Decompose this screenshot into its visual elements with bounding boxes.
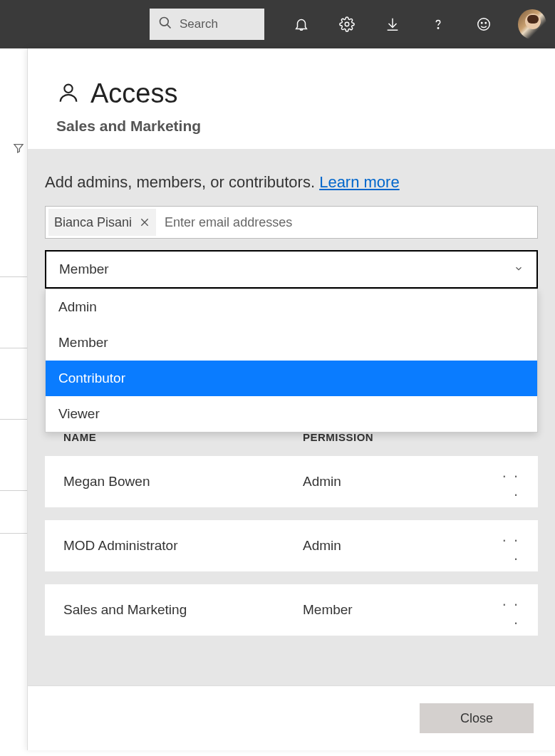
panel-header: Access Sales and Marketing <box>28 48 555 149</box>
role-selected-label: Member <box>59 262 109 277</box>
svg-point-5 <box>482 22 482 23</box>
more-icon[interactable]: . . . <box>491 591 519 628</box>
table-row: MOD AdministratorAdmin. . . <box>45 520 538 571</box>
search-box[interactable] <box>150 9 264 40</box>
chevron-down-icon <box>514 262 524 277</box>
download-icon[interactable] <box>370 0 415 48</box>
feedback-icon[interactable] <box>461 0 507 48</box>
role-dropdown: AdminMemberContributorViewer <box>45 289 538 433</box>
top-bar <box>0 0 555 48</box>
more-icon[interactable]: . . . <box>491 527 519 564</box>
instruction-prefix: Add admins, members, or contributors. <box>45 173 319 191</box>
person-icon <box>56 81 81 108</box>
role-option-admin[interactable]: Admin <box>46 289 537 325</box>
filter-icon <box>13 143 24 157</box>
access-panel: Access Sales and Marketing Add admins, m… <box>27 48 555 750</box>
row-permission: Admin <box>303 474 491 490</box>
row-permission: Admin <box>303 538 491 554</box>
user-chip: Bianca Pisani <box>48 209 156 236</box>
row-name: MOD Administrator <box>63 538 303 554</box>
top-icon-group <box>279 0 507 48</box>
instruction-text: Add admins, members, or contributors. Le… <box>45 173 538 192</box>
role-option-member[interactable]: Member <box>46 325 537 361</box>
email-input-container[interactable]: Bianca Pisani <box>45 206 538 239</box>
bell-icon[interactable] <box>279 0 324 48</box>
svg-line-1 <box>167 25 171 29</box>
gear-icon[interactable] <box>324 0 370 48</box>
panel-subtitle: Sales and Marketing <box>56 118 527 135</box>
role-option-contributor[interactable]: Contributor <box>46 361 537 396</box>
role-option-viewer[interactable]: Viewer <box>46 396 537 432</box>
panel-title: Access <box>90 78 177 109</box>
row-permission: Member <box>303 602 491 618</box>
members-table: NAME PERMISSION Megan BowenAdmin. . .MOD… <box>45 431 538 636</box>
svg-point-6 <box>485 22 486 23</box>
svg-point-7 <box>64 84 72 92</box>
svg-point-3 <box>438 28 439 29</box>
panel-body: Add admins, members, or contributors. Le… <box>28 149 555 685</box>
svg-point-4 <box>478 19 490 31</box>
table-row: Sales and MarketingMember. . . <box>45 584 538 636</box>
search-icon <box>158 16 172 33</box>
learn-more-link[interactable]: Learn more <box>319 173 400 191</box>
help-icon[interactable] <box>415 0 461 48</box>
panel-footer: Close <box>28 685 555 750</box>
search-input[interactable] <box>180 17 256 31</box>
chip-label: Bianca Pisani <box>54 215 132 230</box>
close-icon[interactable] <box>139 217 150 228</box>
row-name: Megan Bowen <box>63 474 303 490</box>
close-button[interactable]: Close <box>420 703 534 733</box>
svg-point-0 <box>160 18 169 26</box>
col-permission-header: PERMISSION <box>303 431 519 443</box>
role-select: Member AdminMemberContributorViewer <box>45 250 538 289</box>
table-row: Megan BowenAdmin. . . <box>45 456 538 507</box>
row-name: Sales and Marketing <box>63 602 303 618</box>
svg-point-2 <box>346 22 350 26</box>
more-icon[interactable]: . . . <box>491 463 519 500</box>
avatar[interactable] <box>518 9 546 39</box>
col-name-header: NAME <box>63 431 303 443</box>
role-select-box[interactable]: Member <box>45 250 538 289</box>
email-field[interactable] <box>156 215 534 230</box>
table-header: NAME PERMISSION <box>45 431 538 443</box>
